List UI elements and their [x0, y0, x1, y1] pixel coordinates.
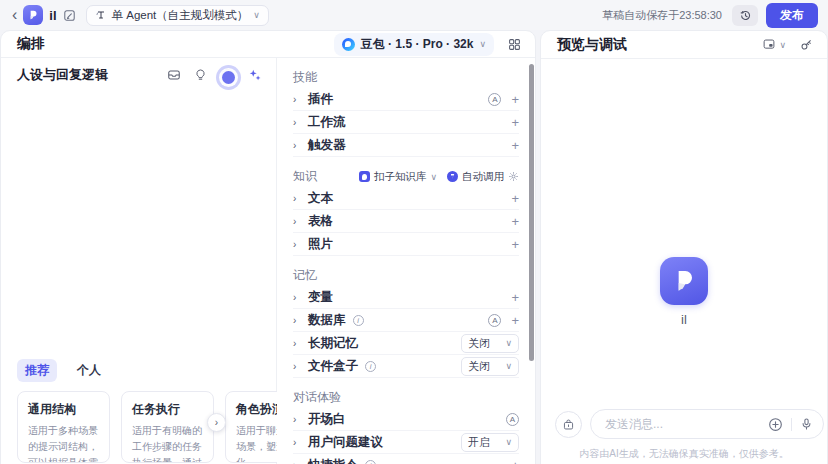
auto-call-icon [447, 171, 458, 182]
row-filebox[interactable]: › 文件盒子 i 关闭 ∨ [293, 355, 519, 378]
bot-hero: il [541, 257, 827, 327]
add-workflow-icon[interactable]: + [511, 116, 519, 129]
row-database[interactable]: › 数据库 i A + [293, 309, 519, 332]
gear-icon [508, 171, 519, 182]
group-label-chat-experience: 对话体验 [293, 389, 519, 406]
carousel-next-button[interactable]: › [207, 413, 226, 432]
lightbulb-icon[interactable] [194, 68, 207, 82]
microphone-icon[interactable] [800, 417, 813, 431]
message-input[interactable] [605, 417, 760, 431]
template-card-roleplay[interactable]: 角色扮演 适用于聊天娱乐场景，塑造个性化… [225, 391, 277, 463]
suggested-questions-select[interactable]: 开启 ∨ [461, 433, 519, 452]
template-card-general[interactable]: 通用结构 适用于多种场景的提示词结构，可以根据具体需求增删对应模块 [17, 391, 110, 463]
coze-kb-icon [359, 171, 370, 182]
chevron-right-icon[interactable]: › [293, 216, 301, 227]
add-text-icon[interactable]: + [511, 192, 519, 205]
template-card-task[interactable]: 任务执行 适用于有明确的工作步骤的任务执行场景，通过明确每一步骤的工作要求… [121, 391, 214, 463]
back-button[interactable]: ‹ [8, 7, 21, 23]
prompt-library-icon[interactable] [167, 68, 181, 82]
add-shortcut-icon[interactable]: + [511, 459, 519, 464]
auto-invoke-icon[interactable]: A [488, 314, 501, 327]
row-knowledge-table[interactable]: › 表格 + [293, 210, 519, 233]
chevron-down-icon: ∨ [505, 361, 512, 371]
row-knowledge-photo[interactable]: › 照片 + [293, 233, 519, 256]
chevron-right-icon[interactable]: › [293, 94, 301, 105]
bot-hero-name: il [681, 312, 687, 327]
clear-context-button[interactable] [555, 411, 582, 438]
collaborator-presence-dot [222, 71, 235, 84]
topbar: ‹ il 单 Agent（自主规划模式） ∨ 草稿自动保存于23:58:30 发… [0, 0, 828, 30]
chevron-right-icon[interactable]: › [293, 338, 301, 349]
orchestrate-panel: 编排 豆包 · 1.5 · Pro · 32k ∨ 人设与回复逻辑 [0, 30, 536, 464]
ai-optimize-sparkle-icon[interactable] [248, 68, 262, 82]
auto-call-setting[interactable]: 自动调用 [447, 170, 519, 184]
attach-plus-icon[interactable] [768, 417, 783, 432]
add-trigger-icon[interactable]: + [511, 139, 519, 152]
agent-mode-label: 单 Agent（自主规划模式） [112, 8, 249, 23]
tab-personal[interactable]: 个人 [69, 359, 109, 382]
ai-disclaimer: 内容由AI生成，无法确保真实准确，仅供参考。 [541, 447, 827, 461]
message-input-pill[interactable] [590, 409, 824, 439]
rename-icon[interactable] [63, 9, 76, 22]
row-variables[interactable]: › 变量 + [293, 286, 519, 309]
add-database-icon[interactable]: + [511, 314, 519, 327]
auto-invoke-icon[interactable]: A [488, 93, 501, 106]
preview-title: 预览与调试 [557, 36, 627, 54]
chevron-right-icon[interactable]: › [293, 193, 301, 204]
model-selector[interactable]: 豆包 · 1.5 · Pro · 32k ∨ [334, 33, 494, 56]
row-plugins[interactable]: › 插件 A + [293, 88, 519, 111]
info-icon: i [365, 460, 376, 464]
chevron-right-icon[interactable]: › [293, 239, 301, 250]
bot-logo-icon [26, 8, 40, 22]
bot-title: il [49, 8, 56, 23]
model-settings-grid-icon[interactable] [508, 38, 521, 51]
template-cards: 通用结构 适用于多种场景的提示词结构，可以根据具体需求增删对应模块 任务执行 适… [1, 391, 277, 463]
orchestrate-title: 编排 [17, 35, 45, 53]
api-key-icon[interactable] [800, 38, 813, 51]
chevron-right-icon[interactable]: › [293, 117, 301, 128]
add-variable-icon[interactable]: + [511, 291, 519, 304]
chevron-down-icon: ∨ [505, 338, 512, 348]
bot-logo-icon [668, 265, 700, 297]
preview-panel: 预览与调试 ∨ il [540, 30, 828, 464]
group-label-skills: 技能 [293, 69, 519, 86]
chevron-right-icon[interactable]: › [293, 315, 301, 326]
row-longterm-memory[interactable]: › 长期记忆 关闭 ∨ [293, 332, 519, 355]
longterm-memory-select[interactable]: 关闭 ∨ [461, 334, 519, 353]
add-plugin-icon[interactable]: + [511, 93, 519, 106]
publish-button[interactable]: 发布 [766, 3, 818, 28]
row-triggers[interactable]: › 触发器 + [293, 134, 519, 157]
clear-context-icon [562, 418, 575, 431]
row-workflows[interactable]: › 工作流 + [293, 111, 519, 134]
row-shortcuts[interactable]: › 快捷指令 i + [293, 454, 519, 464]
chevron-right-icon[interactable]: › [293, 460, 301, 464]
knowledge-base-selector[interactable]: 扣子知识库 ∨ [359, 170, 437, 184]
model-name: 豆包 · 1.5 · Pro · 32k [361, 36, 474, 53]
add-photo-icon[interactable]: + [511, 238, 519, 251]
history-clock-icon [739, 9, 752, 22]
agent-mode-selector[interactable]: 单 Agent（自主规划模式） ∨ [86, 5, 269, 26]
persona-column: 人设与回复逻辑 [1, 58, 277, 464]
version-history-button[interactable] [732, 5, 758, 26]
input-divider [791, 418, 792, 431]
preview-window-selector[interactable]: ∨ [762, 38, 786, 51]
row-opening-dialog[interactable]: › 开场白 A [293, 408, 519, 431]
autosave-status: 草稿自动保存于23:58:30 [602, 8, 722, 23]
add-table-icon[interactable]: + [511, 215, 519, 228]
row-knowledge-text[interactable]: › 文本 + [293, 187, 519, 210]
chevron-right-icon[interactable]: › [293, 361, 301, 372]
chevron-right-icon[interactable]: › [293, 414, 301, 425]
row-suggested-questions[interactable]: › 用户问题建议 开启 ∨ [293, 431, 519, 454]
persona-title: 人设与回复逻辑 [17, 66, 108, 84]
chevron-right-icon[interactable]: › [293, 292, 301, 303]
chevron-down-icon: ∨ [779, 40, 786, 50]
chevron-right-icon[interactable]: › [293, 140, 301, 151]
chevron-down-icon: ∨ [505, 437, 512, 447]
auto-invoke-icon[interactable]: A [506, 413, 519, 426]
tab-recommended[interactable]: 推荐 [17, 359, 57, 382]
info-icon: i [353, 315, 364, 326]
scrollbar-thumb[interactable] [529, 64, 534, 361]
chevron-right-icon[interactable]: › [293, 437, 301, 448]
template-tabs: 推荐 个人 [1, 359, 276, 382]
filebox-select[interactable]: 关闭 ∨ [461, 357, 519, 376]
